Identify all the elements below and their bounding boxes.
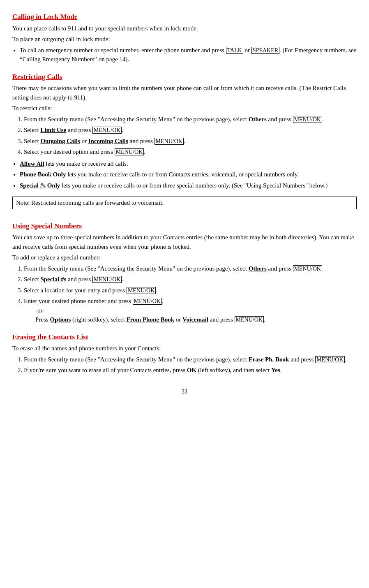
- e-step1-bold: Erase Ph. Book: [249, 356, 289, 363]
- s-step2-bold: Special #s: [40, 276, 66, 282]
- r-step4-box: MENU/OK: [115, 148, 144, 155]
- r-step3-post: .: [184, 138, 185, 144]
- e-step1-box: MENU/OK: [315, 356, 344, 363]
- restricting-steps-list: From the Security menu (See "Accessing t…: [24, 115, 357, 157]
- e-step2-ok: OK: [187, 367, 196, 373]
- s-step2-pre: Select: [24, 276, 40, 282]
- erasing-step-1: From the Security menu (See "Accessing t…: [24, 355, 357, 364]
- restricting-step-2: Select Limit Use and press MENU/OK.: [24, 125, 357, 135]
- restricting-intro: There may be occasions when you want to …: [12, 83, 357, 102]
- using-special-numbers-title: Using Special Numbers: [12, 221, 357, 231]
- erasing-intro: To erase all the names and phone numbers…: [12, 344, 357, 353]
- page-number: 33: [12, 387, 357, 396]
- r-step3-or: or: [80, 138, 88, 144]
- special-step-4: Enter your desired phone number and pres…: [24, 296, 357, 324]
- s-step1-mid: and press: [267, 265, 293, 272]
- note-box: Note: Restricted incoming calls are forw…: [12, 197, 357, 209]
- s-or-mid3: and press: [208, 316, 235, 323]
- r-step3-pre: Select: [24, 138, 40, 144]
- allow-all-text: lets you make or receive all calls.: [44, 160, 128, 167]
- talk-key: TALK: [226, 47, 243, 54]
- erasing-steps-list: From the Security menu (See "Accessing t…: [24, 355, 357, 375]
- special-step-2: Select Special #s and press MENU/OK.: [24, 275, 357, 284]
- restricting-step-3: Select Outgoing Calls or Incoming Calls …: [24, 137, 357, 146]
- s-step3-post: .: [156, 287, 157, 294]
- r-step1-box: MENU/OK: [293, 116, 322, 123]
- restricting-calls-section: Restricting Calls There may be occasions…: [12, 72, 357, 213]
- r-step3-bold1: Outgoing Calls: [40, 138, 80, 144]
- restricting-calls-title: Restricting Calls: [12, 72, 357, 82]
- r-step2-pre: Select: [24, 127, 40, 133]
- s-step1-bold: Others: [249, 265, 267, 272]
- erasing-contacts-title: Erasing the Contacts List: [12, 332, 357, 343]
- restricting-bullet-allow: Allow All lets you make or receive all c…: [20, 159, 357, 169]
- erasing-contacts-section: Erasing the Contacts List To erase all t…: [12, 332, 357, 375]
- s-step1-pre: From the Security menu (See "Accessing t…: [24, 265, 249, 272]
- special-steps-list: From the Security menu (See "Accessing t…: [24, 264, 357, 324]
- r-step1-bold: Others: [249, 116, 267, 123]
- s-step3-pre: Select a location for your entry and pre…: [24, 287, 127, 294]
- special-hash-only-label: Special #s Only: [20, 182, 60, 189]
- e-step2-mid: (left softkey), and then select: [196, 367, 271, 373]
- r-step4-pre: Select your desired option and press: [24, 148, 115, 155]
- s-step2-post: .: [122, 276, 123, 282]
- special-step-3: Select a location for your entry and pre…: [24, 286, 357, 295]
- s-step4-post: .: [162, 298, 164, 304]
- r-step4-post: .: [144, 148, 145, 155]
- s-or-mid2: or: [174, 316, 182, 323]
- calling-bullet1-pre: To call an emergency number or special n…: [20, 47, 226, 53]
- s-or-from-phone-book: From Phone Book: [127, 316, 174, 323]
- r-step1-pre: From the Security menu (See "Accessing t…: [24, 116, 249, 123]
- s-step4-or-text: Press Options (right softkey), select Fr…: [35, 315, 357, 324]
- phone-book-only-text: lets you make or receive calls to or fro…: [66, 171, 299, 178]
- s-step2-box: MENU/OK: [92, 276, 122, 283]
- s-step3-box: MENU/OK: [127, 287, 156, 294]
- r-step2-bold: Limit Use: [40, 127, 66, 133]
- restricting-bullet-phonebook: Phone Book Only lets you make or receive…: [20, 170, 357, 179]
- r-step2-post: .: [122, 127, 123, 133]
- e-step1-mid: and press: [289, 356, 315, 363]
- s-step4-box: MENU/OK: [133, 298, 162, 305]
- calling-in-lock-mode-section: Calling in Lock Mode You can place calls…: [12, 12, 357, 64]
- s-or-pre: Press: [35, 316, 50, 323]
- s-step1-post: .: [322, 265, 324, 272]
- erasing-step-2: If you're sure you want to erase all of …: [24, 366, 357, 375]
- calling-intro2: To place an outgoing call in lock mode:: [12, 35, 357, 44]
- restricting-bullets: Allow All lets you make or receive all c…: [20, 159, 357, 190]
- s-or-post: .: [264, 316, 265, 323]
- s-step1-box: MENU/OK: [293, 265, 322, 272]
- s-step4-or-line: -or-: [35, 306, 357, 315]
- speaker-key: SPEAKER: [251, 47, 279, 54]
- r-step3-box: MENU/OK: [155, 138, 184, 145]
- special-step-1: From the Security menu (See "Accessing t…: [24, 264, 357, 273]
- s-or-voicemail: Voicemail: [182, 316, 208, 323]
- calling-in-lock-mode-title: Calling in Lock Mode: [12, 12, 357, 22]
- s-step4-pre: Enter your desired phone number and pres…: [24, 298, 133, 304]
- r-step3-bold2: Incoming Calls: [88, 138, 128, 144]
- restricting-to-restrict: To restrict calls:: [12, 104, 357, 113]
- r-step2-box: MENU/OK: [92, 127, 122, 134]
- restricting-step-4: Select your desired option and press MEN…: [24, 147, 357, 157]
- e-step2-pre: If you're sure you want to erase all of …: [24, 367, 187, 373]
- e-step2-yes: Yes: [271, 367, 280, 373]
- r-step2-mid: and press: [66, 127, 92, 133]
- calling-bullet1: To call an emergency number or special n…: [20, 46, 357, 64]
- calling-bullet1-mid: or: [243, 47, 251, 53]
- special-intro1: You can save up to three special numbers…: [12, 233, 357, 251]
- calling-intro1: You can place calls to 911 and to your s…: [12, 24, 357, 33]
- s-or-mid1: (right softkey), select: [71, 316, 126, 323]
- s-or-box: MENU/OK: [235, 316, 264, 323]
- restricting-bullet-special: Special #s Only lets you make or receive…: [20, 181, 357, 190]
- special-to-add: To add or replace a special number:: [12, 253, 357, 262]
- using-special-numbers-section: Using Special Numbers You can save up to…: [12, 221, 357, 324]
- restricting-step-1: From the Security menu (See "Accessing t…: [24, 115, 357, 124]
- special-hash-only-text: lets you make or receive calls to or fro…: [60, 182, 327, 189]
- s-step2-mid: and press: [66, 276, 92, 282]
- allow-all-label: Allow All: [20, 160, 44, 167]
- note-text: Note: Restricted incoming calls are forw…: [16, 199, 164, 206]
- r-step3-mid: and press: [128, 138, 155, 144]
- phone-book-only-label: Phone Book Only: [20, 171, 66, 178]
- r-step1-mid: and press: [267, 116, 293, 123]
- e-step1-pre: From the Security menu (See "Accessing t…: [24, 356, 249, 363]
- s-or-options: Options: [50, 316, 71, 323]
